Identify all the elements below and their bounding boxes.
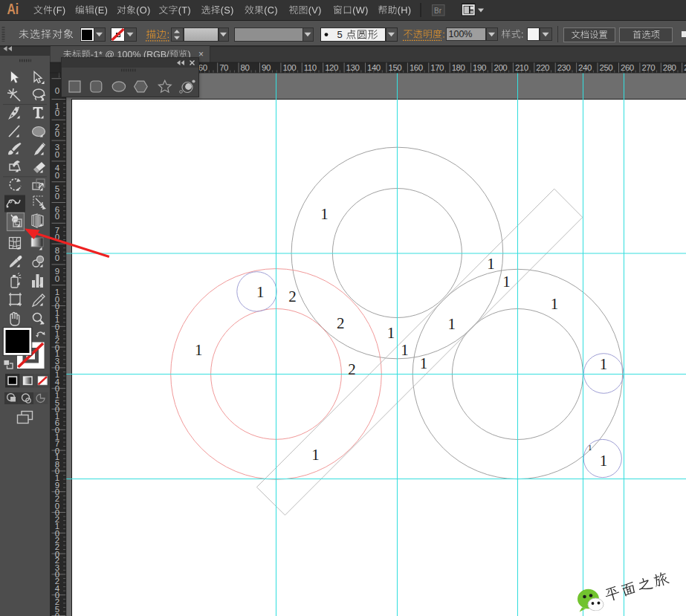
svg-text:0: 0 [55, 253, 59, 262]
svg-text:70: 70 [219, 63, 228, 72]
svg-text:100: 100 [282, 63, 296, 72]
svg-text:80: 80 [241, 63, 250, 72]
svg-text:210: 210 [515, 63, 528, 72]
svg-text:130: 130 [346, 63, 360, 72]
svg-text:220: 220 [536, 63, 549, 72]
svg-text:190: 190 [473, 63, 486, 72]
svg-text:140: 140 [367, 63, 381, 72]
svg-text:270: 270 [641, 63, 655, 72]
svg-text:0: 0 [55, 212, 59, 221]
svg-text:Br: Br [434, 7, 442, 15]
svg-text:120: 120 [325, 63, 338, 72]
svg-text:0: 0 [55, 171, 59, 180]
svg-text:5: 5 [337, 29, 343, 40]
svg-text:200: 200 [494, 63, 508, 72]
svg-text:160: 160 [410, 63, 423, 72]
svg-text:260: 260 [621, 63, 634, 72]
svg-text:280: 280 [663, 63, 676, 72]
svg-text:Ai: Ai [7, 1, 19, 17]
svg-text:100%: 100% [449, 29, 473, 39]
svg-text:180: 180 [452, 63, 465, 72]
svg-text:240: 240 [578, 63, 592, 72]
svg-text:0: 0 [55, 274, 59, 283]
svg-text:90: 90 [262, 63, 271, 72]
svg-text:150: 150 [389, 63, 402, 72]
svg-text:250: 250 [600, 63, 613, 72]
svg-text:0: 0 [55, 192, 59, 201]
svg-text:0: 0 [55, 150, 59, 159]
svg-text:230: 230 [557, 63, 571, 72]
svg-text:0: 0 [55, 129, 59, 138]
svg-text:0: 0 [55, 108, 59, 117]
svg-text:0: 0 [55, 612, 59, 616]
svg-text:0: 0 [55, 86, 59, 95]
svg-text:110: 110 [304, 63, 317, 72]
svg-text:170: 170 [430, 63, 444, 72]
